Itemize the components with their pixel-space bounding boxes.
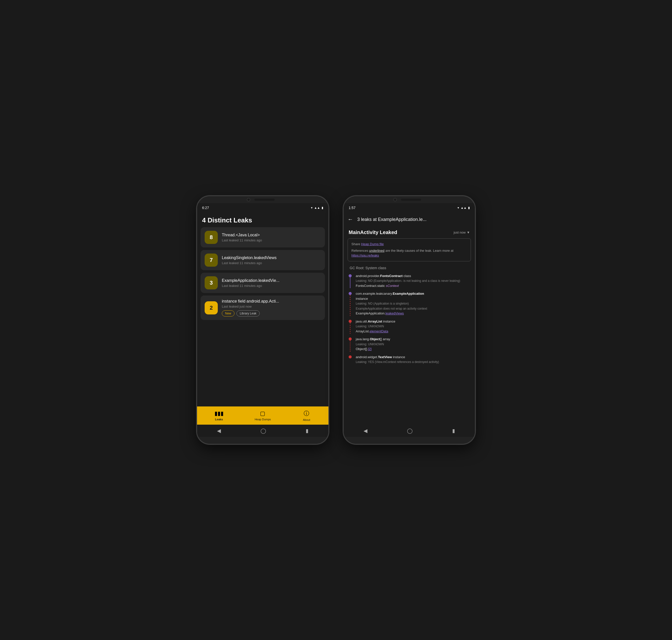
trace-item-3: java.util.ArrayList instance Leaking: UN… bbox=[348, 319, 471, 334]
app-bar-title: 3 leaks at ExampleApplication.le... bbox=[357, 217, 471, 222]
trace-text-2: com.example.leakcanary.ExampleApplicatio… bbox=[356, 291, 471, 316]
dropdown-icon[interactable]: ▼ bbox=[467, 231, 470, 234]
info-box: Share Heap Dump file References underlin… bbox=[348, 238, 471, 261]
back-button-2[interactable]: ◀ bbox=[363, 428, 367, 434]
leak-time-4: Last leaked just now bbox=[222, 305, 321, 308]
phone-top-2 bbox=[344, 196, 475, 203]
signal-icon: ▲▲ bbox=[314, 206, 320, 209]
trace-item-1: android.provider.FontsContract class Lea… bbox=[348, 274, 471, 288]
back-button[interactable]: ◀ bbox=[217, 428, 221, 434]
trace-text-4: java.lang.Object[] array Leaking: UNKNOW… bbox=[356, 337, 471, 352]
page-title: 4 Distinct Leaks bbox=[197, 212, 328, 227]
nav-about-label: About bbox=[303, 418, 310, 421]
trace-item-2: com.example.leakcanary.ExampleApplicatio… bbox=[348, 291, 471, 316]
leaks-screen: 4 Distinct Leaks 8 Thread.<Java Local> L… bbox=[197, 212, 328, 425]
trace-line-col-5 bbox=[348, 355, 353, 364]
leak-list: 8 Thread.<Java Local> Last leaked 11 min… bbox=[197, 227, 328, 406]
leak-info-1: Thread.<Java Local> Last leaked 11 minut… bbox=[222, 233, 321, 242]
trace-classname-1: android.provider.FontsContract class Lea… bbox=[356, 274, 471, 288]
trace-classname-3: java.util.ArrayList instance Leaking: UN… bbox=[356, 319, 471, 334]
leak-time-3: Last leaked 11 minutes ago bbox=[222, 284, 321, 288]
back-arrow-icon[interactable]: ← bbox=[348, 216, 353, 223]
list-item[interactable]: 8 Thread.<Java Local> Last leaked 11 min… bbox=[200, 227, 325, 247]
leak-time-1: Last leaked 11 minutes ago bbox=[222, 238, 321, 242]
recents-button[interactable]: ▮ bbox=[306, 428, 309, 434]
leak-name-1: Thread.<Java Local> bbox=[222, 233, 321, 237]
home-button-2[interactable]: ◯ bbox=[407, 428, 413, 434]
trace-line-col-1 bbox=[348, 274, 353, 288]
heap-dump-link[interactable]: Heap Dump file bbox=[361, 242, 384, 246]
status-bar-1: 6:27 ▾ ▲▲ ▮ bbox=[197, 203, 328, 212]
leak-time-2: Last leaked 11 minutes ago bbox=[222, 261, 321, 265]
time-2: 1:57 bbox=[349, 206, 356, 210]
trace-dot-3 bbox=[349, 320, 352, 323]
list-item[interactable]: 7 LeakingSingleton.leakedViews Last leak… bbox=[200, 250, 325, 270]
list-item[interactable]: 3 ExampleApplication.leakedVie... Last l… bbox=[200, 273, 325, 293]
speaker-1 bbox=[254, 199, 274, 201]
trace-dot-2 bbox=[349, 292, 352, 295]
screen-1: 6:27 ▾ ▲▲ ▮ 4 Distinct Leaks 8 Thread.<J… bbox=[197, 203, 328, 437]
about-icon: ⓘ bbox=[304, 410, 309, 417]
status-icons-2: ▾ ▲▲ ▮ bbox=[458, 206, 470, 209]
underlined-text: underlined bbox=[369, 249, 385, 252]
camera-1 bbox=[247, 198, 250, 202]
trace-dot-5 bbox=[349, 355, 352, 359]
trace-line-col-3 bbox=[348, 319, 353, 334]
nav-about[interactable]: ⓘ About bbox=[285, 410, 328, 421]
nav-heap-dumps-label: Heap Dumps bbox=[255, 418, 271, 421]
bottom-nav: ▮▮▮ Leaks ▢ Heap Dumps ⓘ About bbox=[197, 406, 328, 425]
phone-bottom-2 bbox=[344, 437, 475, 444]
speaker-2 bbox=[401, 199, 421, 201]
learn-more-link[interactable]: https://squ.re/leaks bbox=[352, 253, 379, 257]
heap-dumps-icon: ▢ bbox=[260, 410, 265, 417]
trace-line-col-4 bbox=[348, 337, 353, 352]
trace-area: GC Root: System class android.provider.F… bbox=[344, 264, 475, 425]
trace-connector-1 bbox=[350, 277, 350, 288]
trace-line-col-2 bbox=[348, 291, 353, 316]
status-bar-2: 1:57 ▾ ▲▲ ▮ bbox=[344, 203, 475, 212]
leak-name-3: ExampleApplication.leakedVie... bbox=[222, 278, 321, 283]
nav-leaks-label: Leaks bbox=[215, 418, 223, 421]
leak-badge-4: 2 bbox=[205, 301, 218, 315]
trace-item-4: java.lang.Object[] array Leaking: UNKNOW… bbox=[348, 337, 471, 352]
nav-leaks[interactable]: ▮▮▮ Leaks bbox=[197, 410, 241, 421]
signal-icon-2: ▲▲ bbox=[461, 206, 467, 209]
leak-info-4: instance field android.app.Acti... Last … bbox=[222, 299, 321, 317]
leak-badge-3: 3 bbox=[205, 276, 218, 289]
android-nav-1: ◀ ◯ ▮ bbox=[197, 425, 328, 437]
leaks-icon: ▮▮▮ bbox=[214, 410, 224, 417]
phone-1: 6:27 ▾ ▲▲ ▮ 4 Distinct Leaks 8 Thread.<J… bbox=[197, 196, 328, 444]
battery-icon: ▮ bbox=[322, 206, 323, 209]
tag-new: New bbox=[222, 310, 235, 317]
leak-info-2: LeakingSingleton.leakedViews Last leaked… bbox=[222, 256, 321, 265]
leak-name-2: LeakingSingleton.leakedViews bbox=[222, 256, 321, 260]
phone-top-1 bbox=[197, 196, 328, 203]
trace-connector-3 bbox=[350, 323, 350, 334]
leak-info-3: ExampleApplication.leakedVie... Last lea… bbox=[222, 278, 321, 288]
list-item[interactable]: 2 instance field android.app.Acti... Las… bbox=[200, 295, 325, 320]
app-bar: ← 3 leaks at ExampleApplication.le... bbox=[344, 212, 475, 227]
camera-2 bbox=[393, 198, 397, 202]
leak-tags: New Library Leak bbox=[222, 310, 321, 317]
home-button[interactable]: ◯ bbox=[260, 428, 266, 434]
wifi-icon-2: ▾ bbox=[458, 206, 459, 209]
trace-dot-4 bbox=[349, 337, 352, 340]
status-icons-1: ▾ ▲▲ ▮ bbox=[311, 206, 323, 209]
trace-connector-2 bbox=[350, 295, 350, 316]
trace-dot-1 bbox=[349, 274, 352, 277]
battery-icon-2: ▮ bbox=[468, 206, 470, 209]
trace-text-1: android.provider.FontsContract class Lea… bbox=[356, 274, 471, 288]
trace-classname-5: android.widget.TextView instance Leaking… bbox=[356, 355, 471, 364]
recents-button-2[interactable]: ▮ bbox=[452, 428, 455, 434]
android-nav-2: ◀ ◯ ▮ bbox=[344, 425, 475, 437]
share-line: Share Heap Dump file bbox=[352, 242, 467, 247]
screen-2: 1:57 ▾ ▲▲ ▮ ← 3 leaks at ExampleApplicat… bbox=[344, 203, 475, 437]
nav-heap-dumps[interactable]: ▢ Heap Dumps bbox=[241, 410, 284, 421]
leak-name-4: instance field android.app.Acti... bbox=[222, 299, 321, 304]
leak-badge-2: 7 bbox=[205, 253, 218, 267]
trace-text-5: android.widget.TextView instance Leaking… bbox=[356, 355, 471, 364]
wifi-icon: ▾ bbox=[311, 206, 313, 209]
time-1: 6:27 bbox=[202, 206, 209, 210]
phone-2: 1:57 ▾ ▲▲ ▮ ← 3 leaks at ExampleApplicat… bbox=[344, 196, 475, 444]
detail-header: MainActivity Leaked just now ▼ bbox=[344, 227, 475, 238]
